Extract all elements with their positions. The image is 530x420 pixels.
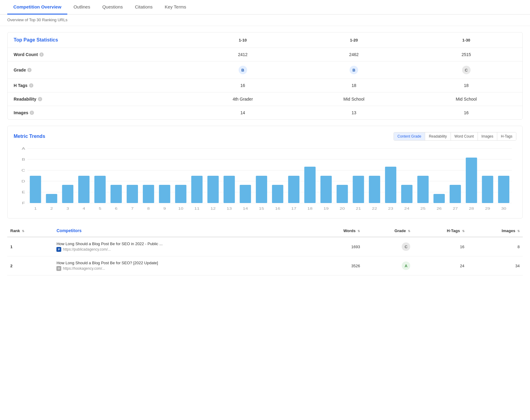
comp-col-header[interactable]: Words ⇅ xyxy=(311,225,363,237)
svg-rect-16 xyxy=(94,176,106,203)
metric-label: Readability i xyxy=(14,97,182,102)
tab-outlines[interactable]: Outlines xyxy=(67,0,96,15)
metric-label: H Tags i xyxy=(14,83,182,88)
url-favicon: ⊙ xyxy=(56,266,61,271)
svg-rect-27 xyxy=(272,185,283,203)
trend-button[interactable]: Readability xyxy=(425,132,451,140)
sort-icon: ⇅ xyxy=(517,229,520,233)
htags-cell: 16 xyxy=(413,237,467,256)
url-text[interactable]: https://hookagency.com/... xyxy=(63,266,105,271)
rank-cell: 2 xyxy=(7,256,53,275)
stat-value: 16 xyxy=(188,79,298,92)
trend-button[interactable]: Content Grade xyxy=(394,132,425,140)
svg-text:6: 6 xyxy=(115,207,117,211)
svg-text:21: 21 xyxy=(356,207,361,211)
svg-text:A: A xyxy=(22,147,25,151)
svg-rect-17 xyxy=(110,185,122,203)
svg-text:29: 29 xyxy=(485,207,490,211)
grade-badge: B xyxy=(350,66,358,74)
svg-rect-31 xyxy=(337,185,348,203)
htags-cell: 24 xyxy=(413,256,467,275)
svg-rect-28 xyxy=(288,176,299,203)
comp-col-header[interactable]: Images ⇅ xyxy=(468,225,523,237)
comp-col-header[interactable]: Competitors xyxy=(53,225,311,237)
svg-text:16: 16 xyxy=(275,207,280,211)
info-icon[interactable]: i xyxy=(39,52,44,57)
words-cell: 1693 xyxy=(311,237,363,256)
stat-value: 4th Grader xyxy=(188,92,298,106)
svg-text:22: 22 xyxy=(372,207,377,211)
grade-cell: B xyxy=(298,62,410,79)
metric-label: Grade i xyxy=(14,68,182,72)
grade-badge: B xyxy=(239,66,247,74)
rank-cell: 1 xyxy=(7,237,53,256)
svg-rect-23 xyxy=(207,176,219,203)
competitor-url[interactable]: ⊙ https://hookagency.com/... xyxy=(56,266,308,271)
competitor-url[interactable]: P https://publicadagency.com/... xyxy=(56,247,308,252)
stats-col2-header: 1-20 xyxy=(298,32,410,48)
svg-rect-38 xyxy=(450,185,461,203)
svg-rect-39 xyxy=(466,158,477,203)
stat-value: Mid School xyxy=(410,92,522,106)
svg-text:9: 9 xyxy=(163,207,166,211)
stats-heading: Top Page Statistics xyxy=(14,37,58,42)
trend-button[interactable]: Images xyxy=(478,132,497,140)
stats-table: Top Page Statistics 1-10 1-20 1-30 Word … xyxy=(8,32,522,119)
info-icon[interactable]: i xyxy=(29,83,33,88)
svg-rect-24 xyxy=(223,176,235,203)
comp-col-header[interactable]: Rank ⇅ xyxy=(7,225,53,237)
svg-text:4: 4 xyxy=(82,207,85,211)
svg-text:15: 15 xyxy=(259,207,264,211)
trend-button[interactable]: H-Tags xyxy=(497,132,516,140)
stats-row: Word Count i241224622515 xyxy=(8,48,522,62)
svg-rect-32 xyxy=(353,176,364,203)
svg-text:B: B xyxy=(22,158,25,162)
metric-label: Images i xyxy=(14,110,182,115)
svg-rect-14 xyxy=(62,185,73,203)
images-cell: 34 xyxy=(468,256,523,275)
stat-value: Mid School xyxy=(298,92,410,106)
svg-text:E: E xyxy=(22,190,25,194)
svg-text:23: 23 xyxy=(388,207,393,211)
info-icon[interactable]: i xyxy=(27,68,32,72)
info-icon[interactable]: i xyxy=(38,97,42,101)
stats-row: Images i141316 xyxy=(8,106,522,120)
tab-key-terms[interactable]: Key Terms xyxy=(159,0,192,15)
svg-rect-33 xyxy=(369,176,380,203)
svg-rect-29 xyxy=(304,167,316,203)
images-cell: 8 xyxy=(468,237,523,256)
svg-text:28: 28 xyxy=(469,207,474,211)
comp-col-header[interactable]: H-Tags ⇅ xyxy=(413,225,467,237)
url-text[interactable]: https://publicadagency.com/... xyxy=(63,247,111,252)
svg-rect-20 xyxy=(159,185,170,203)
svg-text:27: 27 xyxy=(453,207,458,211)
svg-text:17: 17 xyxy=(291,207,297,211)
page-subtitle: Overview of Top 30 Ranking URLs xyxy=(0,15,530,26)
grade-badge: C xyxy=(462,66,471,74)
svg-text:13: 13 xyxy=(227,207,232,211)
grade-cell: A xyxy=(363,256,413,275)
info-icon[interactable]: i xyxy=(30,111,34,115)
competitor-row: 1 How Long Should a Blog Post Be for SEO… xyxy=(7,237,523,256)
grade-cell: C xyxy=(363,237,413,256)
svg-rect-25 xyxy=(240,185,251,203)
svg-text:1: 1 xyxy=(34,207,37,211)
tab-questions[interactable]: Questions xyxy=(96,0,129,15)
svg-text:26: 26 xyxy=(437,207,442,211)
competitors-table: Rank ⇅CompetitorsWords ⇅Grade ⇅H-Tags ⇅I… xyxy=(7,225,523,275)
competitor-title: How Long Should a Blog Post Be for SEO i… xyxy=(56,242,308,246)
competitors-section: Rank ⇅CompetitorsWords ⇅Grade ⇅H-Tags ⇅I… xyxy=(7,225,523,275)
svg-text:24: 24 xyxy=(404,207,409,211)
comp-col-header[interactable]: Grade ⇅ xyxy=(363,225,413,237)
svg-rect-12 xyxy=(30,176,41,203)
svg-text:30: 30 xyxy=(501,207,506,211)
stat-value: 2462 xyxy=(298,48,410,62)
svg-rect-36 xyxy=(417,176,428,203)
stats-row: Grade iBBC xyxy=(8,62,522,79)
words-cell: 3526 xyxy=(311,256,363,275)
tab-competition-overview[interactable]: Competition Overview xyxy=(7,0,67,15)
competitor-title-cell: How Long Should a Blog Post Be for SEO i… xyxy=(53,237,311,256)
svg-rect-30 xyxy=(320,176,332,203)
tab-citations[interactable]: Citations xyxy=(129,0,159,15)
trend-button[interactable]: Word Count xyxy=(451,132,478,140)
